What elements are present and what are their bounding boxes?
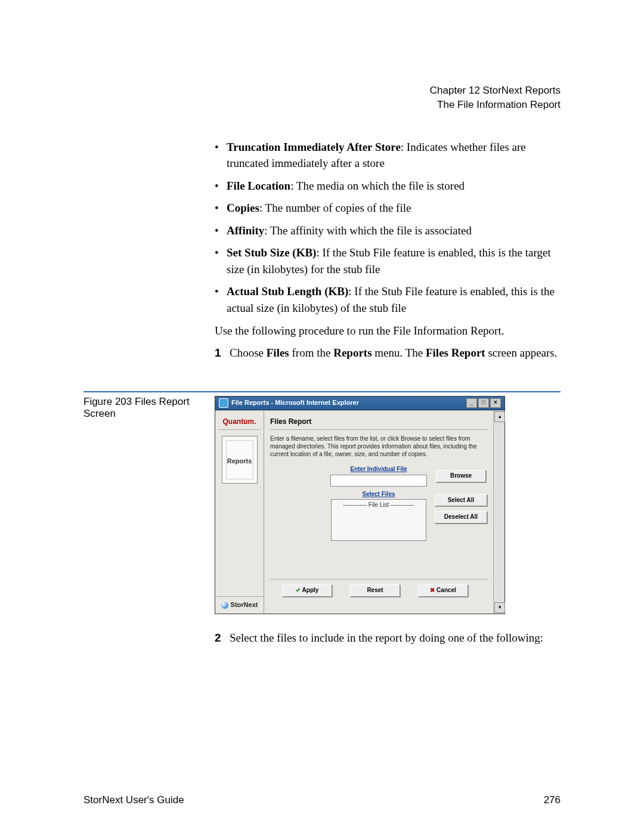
browse-button[interactable]: Browse	[436, 470, 486, 482]
definition-list: Truncation Immediately After Store: Indi…	[215, 139, 561, 317]
select-all-button[interactable]: Select All	[435, 494, 487, 507]
brand-logo: Quantum.	[218, 414, 261, 430]
bullet-item: Truncation Immediately After Store: Indi…	[215, 139, 561, 172]
window-scrollbar[interactable]: ▴ ▾	[493, 411, 504, 614]
check-icon: ✔	[296, 587, 301, 593]
chapter-line: Chapter 12 StorNext Reports	[83, 83, 561, 98]
panel-title: Files Report	[270, 414, 487, 430]
window-title: File Reports - Microsoft Internet Explor…	[231, 398, 359, 408]
footer-left: StorNext User's Guide	[83, 794, 184, 806]
minimize-button[interactable]: _	[466, 398, 477, 408]
maximize-button[interactable]: □	[478, 398, 489, 408]
bullet-item: File Location: The media on which the fi…	[215, 178, 561, 194]
close-button[interactable]: ×	[490, 398, 501, 408]
bullet-item: Affinity: The affinity with which the fi…	[215, 222, 561, 239]
bullet-item: Set Stub Size (KB): If the Stub File fea…	[215, 244, 561, 277]
panel-description: Enter a filename, select files from the …	[270, 435, 487, 458]
scroll-down-button[interactable]: ▾	[494, 602, 505, 613]
window-sidebar: Quantum. Reports StorNext	[215, 411, 264, 614]
reports-book-label: Reports	[222, 457, 257, 466]
step-number: 2	[215, 630, 230, 646]
globe-icon	[221, 602, 228, 609]
page-header: Chapter 12 StorNext Reports The File Inf…	[83, 83, 561, 112]
step-body: Select the files to include in the repor…	[230, 630, 561, 646]
individual-file-input[interactable]	[330, 475, 427, 487]
cancel-button[interactable]: ✖Cancel	[418, 584, 468, 597]
x-icon: ✖	[430, 587, 435, 593]
reset-button[interactable]: Reset	[350, 584, 400, 597]
select-files-label: Select Files	[331, 490, 426, 499]
apply-button[interactable]: ✔Apply	[282, 584, 332, 597]
step-number: 1	[215, 345, 230, 361]
bullet-item: Copies: The number of copies of the file	[215, 200, 561, 216]
enter-individual-file-label: Enter Individual File	[331, 465, 426, 474]
figure-caption: Figure 203 Files Report Screen	[83, 396, 215, 420]
page-footer: StorNext User's Guide 276	[83, 794, 561, 806]
window-titlebar[interactable]: File Reports - Microsoft Internet Explor…	[215, 397, 504, 410]
step-2: 2 Select the files to include in the rep…	[215, 630, 561, 646]
file-list-placeholder: ------------ File List ------------	[343, 501, 414, 508]
bullet-item: Actual Stub Length (KB): If the Stub Fil…	[215, 283, 561, 316]
deselect-all-button[interactable]: Deselect All	[435, 511, 487, 524]
reports-book-icon: Reports	[222, 436, 258, 484]
window-bottom-bar: ✔Apply Reset ✖Cancel	[270, 579, 487, 597]
footer-page-number: 276	[544, 794, 561, 806]
intro-paragraph: Use the following procedure to run the F…	[215, 323, 561, 339]
step-1: 1 Choose Files from the Reports menu. Th…	[215, 345, 561, 361]
files-report-window: File Reports - Microsoft Internet Explor…	[215, 396, 505, 614]
file-list-select[interactable]: ------------ File List ------------	[331, 499, 426, 541]
scroll-up-button[interactable]: ▴	[494, 411, 505, 422]
step-body: Choose Files from the Reports menu. The …	[230, 345, 561, 361]
ie-icon	[219, 398, 228, 408]
stornext-logo: StorNext	[215, 596, 264, 610]
section-line: The File Information Report	[83, 98, 561, 112]
window-main-pane: Files Report Enter a filename, select fi…	[264, 411, 493, 614]
